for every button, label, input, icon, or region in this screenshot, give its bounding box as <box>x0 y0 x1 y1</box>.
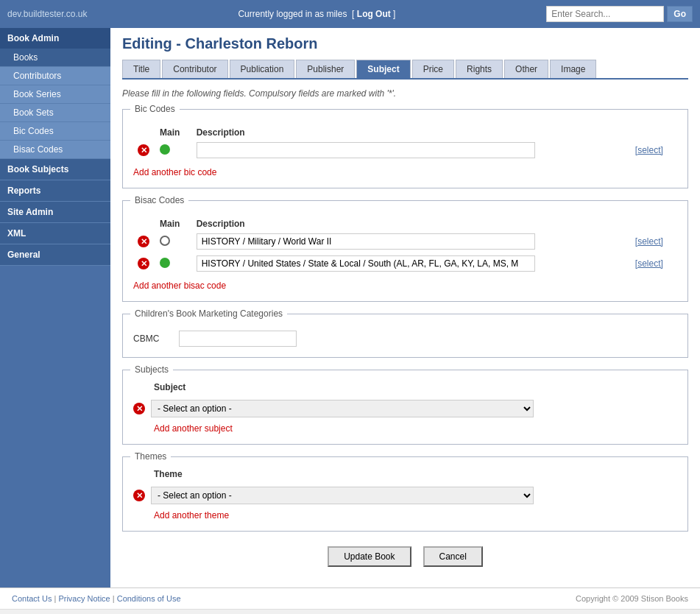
bic-codes-section: Bic Codes Main Description ✕ [sel <box>122 109 688 188</box>
bic-code-row: ✕ [select] <box>133 139 677 161</box>
search-area: Go <box>546 6 693 22</box>
copyright-text: Copyright © 2009 Stison Books <box>576 594 688 603</box>
sidebar-section-book-admin[interactable]: Book Admin <box>0 28 110 49</box>
bisac-main-radio-2[interactable] <box>160 258 170 268</box>
bic-codes-table: Main Description ✕ [select] <box>133 126 677 161</box>
subject-select[interactable]: - Select an option - <box>151 400 534 417</box>
bic-select-link[interactable]: [select] <box>635 145 663 155</box>
sidebar-item-site-admin[interactable]: Site Admin <box>0 202 110 223</box>
sidebar-item-bisac-codes[interactable]: Bisac Codes <box>0 141 110 159</box>
childrens-section: Children's Book Marketing Categories CBM… <box>122 314 688 358</box>
bic-main-header: Main <box>155 126 192 139</box>
bisac-select-link-2[interactable]: [select] <box>635 258 663 269</box>
sidebar-item-bic-codes[interactable]: Bic Codes <box>0 122 110 141</box>
theme-select[interactable]: - Select an option - <box>151 487 534 504</box>
button-row: Update Book Cancel <box>122 546 688 567</box>
sidebar-item-book-sets[interactable]: Book Sets <box>0 104 110 122</box>
add-theme-link[interactable]: Add another theme <box>154 510 229 521</box>
main-content: Editing - Charleston Reborn Title Contri… <box>110 28 700 587</box>
bic-description-input[interactable] <box>197 142 535 158</box>
bisac-codes-section: Bisac Codes Main Description ✕ [s <box>122 200 688 302</box>
bisac-code-row-2: ✕ [select] <box>133 253 677 275</box>
bisac-description-header: Description <box>192 217 631 230</box>
cbmc-input[interactable] <box>179 331 297 347</box>
sidebar-item-contributors[interactable]: Contributors <box>0 67 110 85</box>
sidebar-item-general[interactable]: General <box>0 244 110 266</box>
tab-contributor[interactable]: Contributor <box>162 60 227 78</box>
subjects-section: Subjects Subject ✕ - Select an option - … <box>122 370 688 445</box>
sidebar-item-book-series[interactable]: Book Series <box>0 85 110 104</box>
theme-row-1: ✕ - Select an option - <box>133 487 677 504</box>
tab-other[interactable]: Other <box>504 60 548 78</box>
tab-subject[interactable]: Subject <box>356 60 410 78</box>
bisac-description-input-2[interactable] <box>197 255 535 272</box>
bic-main-radio[interactable] <box>160 144 170 155</box>
bisac-select-link-1[interactable]: [select] <box>635 236 663 247</box>
layout: Book Admin Books Contributors Book Serie… <box>0 28 700 587</box>
bisac-main-radio-1[interactable] <box>160 236 170 246</box>
themes-legend: Themes <box>130 451 171 462</box>
cbmc-row: CBMC <box>133 331 677 347</box>
logout-link[interactable]: Log Out <box>357 9 391 19</box>
instructions: Please fill in the following fields. Com… <box>122 88 688 99</box>
bisac-remove-button-2[interactable]: ✕ <box>138 258 149 269</box>
cbmc-label: CBMC <box>133 334 170 344</box>
sidebar-item-reports[interactable]: Reports <box>0 180 110 202</box>
add-subject-link[interactable]: Add another subject <box>154 423 233 434</box>
sidebar: Book Admin Books Contributors Book Serie… <box>0 28 110 587</box>
contact-us-link[interactable]: Contact Us <box>12 594 52 603</box>
bisac-remove-button-1[interactable]: ✕ <box>138 236 149 247</box>
add-bisac-link[interactable]: Add another bisac code <box>133 280 226 291</box>
login-info: Currently logged in as miles [ Log Out ] <box>238 9 395 19</box>
themes-section: Themes Theme ✕ - Select an option - Add … <box>122 456 688 532</box>
footer-bottom: Site by Stison <box>0 609 700 614</box>
subject-remove-button[interactable]: ✕ <box>133 403 145 414</box>
bisac-main-header: Main <box>155 217 192 230</box>
bic-remove-button[interactable]: ✕ <box>138 144 149 156</box>
subject-row-1: ✕ - Select an option - <box>133 400 677 417</box>
header: dev.buildtester.co.uk Currently logged i… <box>0 0 700 28</box>
footer: Contact Us | Privacy Notice | Conditions… <box>0 587 700 609</box>
add-bic-link[interactable]: Add another bic code <box>133 167 216 177</box>
page-title: Editing - Charleston Reborn <box>122 35 688 52</box>
conditions-of-use-link[interactable]: Conditions of Use <box>117 594 181 603</box>
sidebar-item-xml[interactable]: XML <box>0 223 110 244</box>
subjects-legend: Subjects <box>130 364 173 375</box>
tabs-bar: Title Contributor Publication Publisher … <box>122 60 688 80</box>
tab-title[interactable]: Title <box>122 60 160 78</box>
subject-col-header: Subject <box>133 382 677 392</box>
bic-codes-legend: Bic Codes <box>130 104 180 114</box>
sidebar-item-book-subjects[interactable]: Book Subjects <box>0 159 110 180</box>
tab-image[interactable]: Image <box>550 60 596 78</box>
bisac-codes-legend: Bisac Codes <box>130 195 188 205</box>
privacy-notice-link[interactable]: Privacy Notice <box>58 594 110 603</box>
cancel-button[interactable]: Cancel <box>423 546 483 567</box>
tab-publication[interactable]: Publication <box>230 60 295 78</box>
sidebar-item-books[interactable]: Books <box>0 49 110 67</box>
site-url: dev.buildtester.co.uk <box>7 9 88 19</box>
search-input[interactable] <box>546 6 664 22</box>
tab-publisher[interactable]: Publisher <box>296 60 355 78</box>
theme-col-header: Theme <box>133 469 677 479</box>
search-button[interactable]: Go <box>667 6 693 22</box>
tab-price[interactable]: Price <box>412 60 454 78</box>
childrens-legend: Children's Book Marketing Categories <box>130 308 287 319</box>
footer-links: Contact Us | Privacy Notice | Conditions… <box>12 594 181 603</box>
bisac-code-row-1: ✕ [select] <box>133 230 677 253</box>
bic-description-header: Description <box>192 126 631 139</box>
tab-rights[interactable]: Rights <box>456 60 503 78</box>
update-book-button[interactable]: Update Book <box>328 546 411 567</box>
bisac-codes-table: Main Description ✕ [select] ✕ <box>133 217 677 275</box>
theme-remove-button[interactable]: ✕ <box>133 490 145 501</box>
bisac-description-input-1[interactable] <box>197 233 535 250</box>
